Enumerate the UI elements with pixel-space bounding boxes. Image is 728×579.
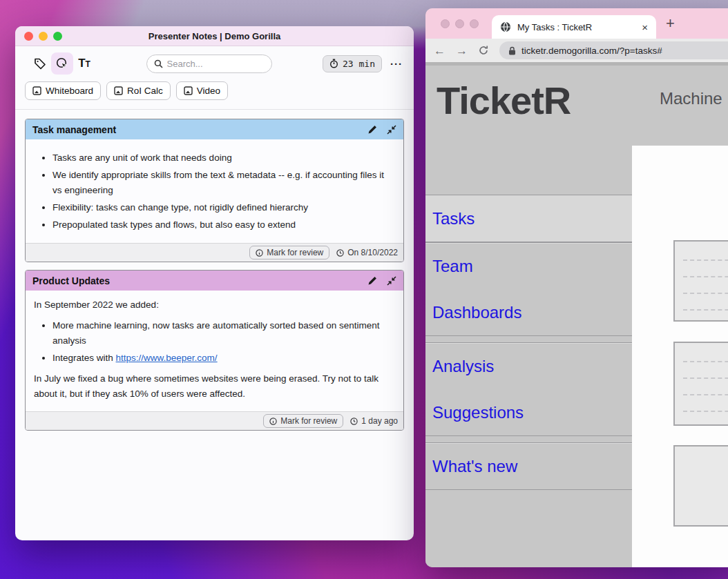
text-tool-label: TT: [78, 57, 90, 70]
skeleton-line: [683, 261, 728, 277]
app-frame-icon: [114, 86, 123, 95]
more-options-button[interactable]: ···: [390, 58, 403, 70]
info-icon: [269, 418, 277, 425]
card-footer: Mark for review On 8/10/2022: [26, 243, 403, 262]
bullet-item: Flexibility: tasks can change type, not …: [52, 200, 395, 215]
tag-tool-button[interactable]: [29, 52, 51, 75]
minimize-window-button[interactable]: [39, 32, 48, 41]
browser-window: My Tasks : TicketR × + ← → ticketr.demog…: [425, 8, 728, 567]
placeholder-box: [673, 342, 728, 426]
timestamp-text: On 8/10/2022: [347, 248, 398, 257]
search-input[interactable]: [167, 59, 265, 69]
tasks-main-panel: [632, 146, 728, 567]
nav-item-machine[interactable]: Machine: [660, 89, 722, 108]
card-title: Task management: [32, 124, 116, 135]
edit-pencil-icon[interactable]: [367, 276, 377, 286]
bullet-list: More machine learning, now tasks are aut…: [34, 318, 395, 366]
page-sidebar: Tasks Team Dashboards Analysis: [425, 146, 632, 567]
card-title: Product Updates: [32, 275, 110, 286]
back-button[interactable]: ←: [434, 45, 446, 57]
search-field[interactable]: [146, 55, 272, 73]
sidebar-item-suggestions[interactable]: Suggestions: [425, 389, 632, 435]
launch-button-row: Whiteboard RoI Calc Video: [15, 77, 414, 110]
sidebar-item-dashboards[interactable]: Dashboards: [425, 289, 632, 335]
address-bar[interactable]: ticketr.demogorilla.com/?p=tasks#: [499, 41, 728, 59]
sidebar-item-analysis[interactable]: Analysis: [425, 343, 632, 389]
browser-toolbar: ← → ticketr.demogorilla.com/?p=tasks#: [425, 39, 728, 62]
sidebar-section: Tasks: [425, 195, 632, 242]
sidebar-section: Team Dashboards: [425, 242, 632, 336]
page-content-row: Tasks Team Dashboards Analysis: [425, 146, 728, 567]
timestamp: 1 day ago: [350, 416, 398, 426]
mark-for-review-button[interactable]: Mark for review: [263, 414, 343, 428]
sidebar-link[interactable]: Team: [432, 257, 473, 276]
card-body: In September 2022 we added: More machine…: [26, 291, 403, 411]
whiteboard-button[interactable]: Whiteboard: [25, 81, 101, 100]
sidebar-section: Analysis Suggestions: [425, 342, 632, 436]
window-controls: [441, 19, 479, 28]
close-window-button[interactable]: [441, 19, 450, 28]
mark-for-review-button[interactable]: Mark for review: [249, 246, 329, 259]
zoom-window-button[interactable]: [470, 19, 479, 28]
timestamp: On 8/10/2022: [336, 248, 398, 257]
presenter-titlebar[interactable]: Presenter Notes | Demo Gorilla: [15, 26, 414, 46]
card-header: Product Updates: [26, 271, 403, 291]
clock-icon: [336, 249, 344, 257]
sidebar-link[interactable]: Tasks: [432, 209, 475, 228]
skeleton-line: [683, 244, 728, 261]
edit-pencil-icon[interactable]: [367, 125, 377, 135]
card-paragraph: In July we fixed a bug where sometimes w…: [34, 371, 395, 402]
bullet-item: More machine learning, now tasks are aut…: [52, 318, 395, 349]
sidebar-item-team[interactable]: Team: [425, 243, 632, 289]
bullet-item: Prepopulated task types and flows, but a…: [52, 217, 395, 233]
skeleton-line: [683, 395, 728, 412]
bullet-item: We identify appropriate skills from the …: [52, 168, 395, 198]
browser-tab-strip: My Tasks : TicketR × +: [425, 8, 728, 39]
skeleton-line: [683, 277, 728, 294]
sidebar-item-tasks[interactable]: Tasks: [425, 195, 632, 242]
tab-close-icon[interactable]: ×: [642, 22, 648, 32]
roi-calc-label: RoI Calc: [127, 86, 163, 96]
timer-value: 23 min: [343, 59, 375, 69]
video-button[interactable]: Video: [176, 81, 228, 100]
note-card-product-updates: Product Updates In September 2022 we add…: [25, 270, 404, 431]
cursor-click-icon: [55, 57, 69, 70]
skeleton-line: [683, 346, 728, 362]
reload-button[interactable]: [478, 45, 489, 56]
ticketr-page: TicketR Machine Tasks Team Dashboards: [425, 66, 728, 567]
sidebar-link[interactable]: Dashboards: [432, 303, 521, 322]
close-window-button[interactable]: [24, 32, 33, 41]
lock-icon: [508, 46, 516, 55]
notes-card-list: Task management Tasks are any unit of wo…: [15, 110, 414, 440]
sidebar-link[interactable]: What's new: [432, 457, 517, 476]
sidebar-link[interactable]: Suggestions: [432, 403, 524, 422]
collapse-icon[interactable]: [387, 125, 396, 135]
zoom-window-button[interactable]: [53, 32, 62, 41]
stopwatch-icon: [329, 59, 338, 68]
bullet-text: Integrates with: [52, 353, 116, 363]
browser-tab[interactable]: My Tasks : TicketR ×: [492, 15, 656, 39]
app-frame-icon: [32, 86, 41, 95]
forward-button[interactable]: →: [456, 45, 468, 57]
timer-button[interactable]: 23 min: [323, 55, 382, 72]
card-header: Task management: [26, 119, 403, 139]
text-tool-button[interactable]: TT: [73, 52, 95, 75]
clock-icon: [350, 418, 358, 425]
whiteboard-label: Whiteboard: [46, 86, 93, 96]
pointer-tool-button[interactable]: [51, 52, 73, 75]
collapse-icon[interactable]: [387, 276, 396, 286]
new-tab-button[interactable]: +: [666, 14, 675, 32]
skeleton-line: [683, 362, 728, 379]
globe-favicon: [500, 21, 511, 32]
ticketr-logo[interactable]: TicketR: [437, 78, 571, 123]
url-text: ticketr.demogorilla.com/?p=tasks#: [521, 46, 662, 56]
review-label: Mark for review: [267, 248, 323, 257]
review-label: Mark for review: [280, 416, 337, 426]
skeleton-line: [683, 379, 728, 395]
roi-calc-button[interactable]: RoI Calc: [106, 81, 171, 100]
card-footer: Mark for review 1 day ago: [26, 411, 403, 430]
minimize-window-button[interactable]: [455, 19, 464, 28]
sidebar-item-whats-new[interactable]: What's new: [425, 443, 632, 489]
beeper-link[interactable]: https://www.beeper.com/: [116, 353, 218, 363]
sidebar-link[interactable]: Analysis: [432, 357, 494, 376]
